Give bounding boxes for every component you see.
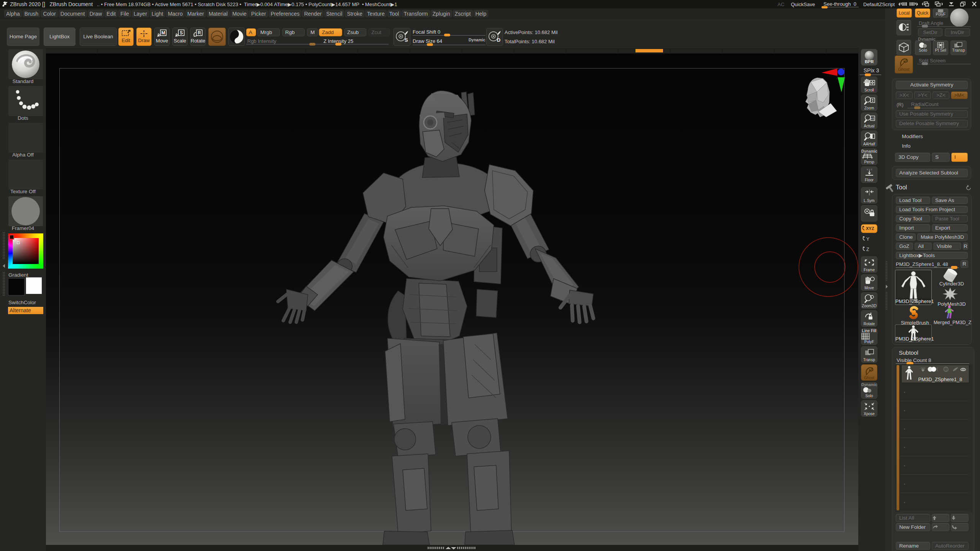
svg-text:R: R: [198, 30, 201, 36]
svg-text:D: D: [497, 37, 500, 43]
svg-text:S: S: [180, 30, 183, 36]
svg-text:x y z: x y z: [867, 168, 872, 171]
svg-text:Y: Y: [866, 236, 869, 242]
svg-text:Z: Z: [866, 247, 869, 252]
svg-text:M: M: [162, 30, 165, 36]
svg-text:S: S: [405, 37, 408, 43]
svg-text:XYZ: XYZ: [866, 226, 874, 231]
svg-text:x1: x1: [871, 117, 874, 120]
